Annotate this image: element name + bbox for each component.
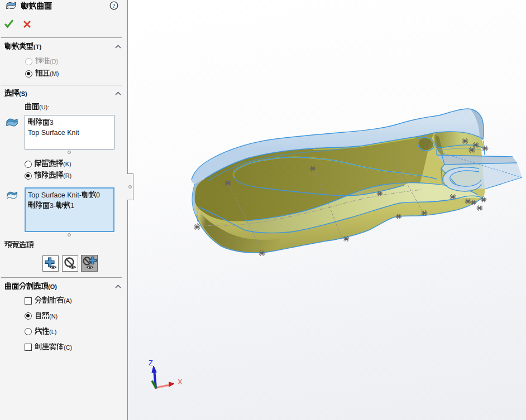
svg-text:X: X bbox=[178, 378, 183, 386]
svg-text:?: ? bbox=[112, 2, 116, 9]
svg-text:Z: Z bbox=[149, 359, 153, 367]
